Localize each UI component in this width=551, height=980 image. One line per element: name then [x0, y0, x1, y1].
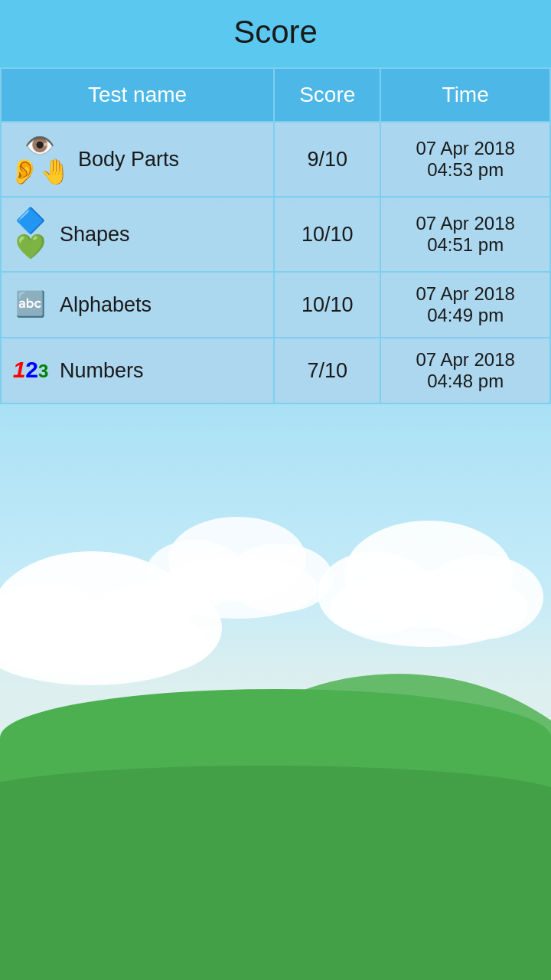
- col-header-score: Score: [274, 68, 380, 122]
- ground-decoration: [0, 658, 551, 980]
- row-score: 10/10: [274, 197, 380, 272]
- row-name-cell: 🔤Alphabets: [1, 272, 274, 338]
- row-icon: 👁️👂🤚: [9, 133, 70, 185]
- score-table: Test name Score Time 👁️👂🤚Body Parts9/100…: [0, 67, 551, 404]
- table-row: 👁️👂🤚Body Parts9/1007 Apr 201804:53 pm: [1, 122, 550, 197]
- row-icon: 123: [9, 358, 52, 383]
- svg-point-7: [329, 570, 528, 647]
- col-header-time: Time: [380, 68, 550, 122]
- row-time: 07 Apr 201804:48 pm: [380, 338, 550, 403]
- row-time: 07 Apr 201804:49 pm: [380, 272, 550, 338]
- row-name-cell: 123Numbers: [1, 338, 274, 403]
- row-test-name: Body Parts: [78, 148, 179, 172]
- row-test-name: Shapes: [60, 223, 130, 247]
- page-header: Score: [0, 0, 551, 67]
- table-row: 🔷💚Shapes10/1007 Apr 201804:51 pm: [1, 197, 550, 272]
- row-name-cell: 🔷💚Shapes: [1, 197, 274, 272]
- row-icon: 🔷💚: [9, 208, 52, 260]
- row-time: 07 Apr 201804:53 pm: [380, 122, 550, 197]
- row-score: 7/10: [274, 338, 380, 403]
- page-title: Score: [233, 14, 318, 50]
- col-header-testname: Test name: [1, 68, 274, 122]
- svg-point-11: [157, 557, 318, 619]
- table-row: 123Numbers7/1007 Apr 201804:48 pm: [1, 338, 550, 403]
- row-test-name: Numbers: [60, 359, 144, 383]
- row-test-name: Alphabets: [60, 293, 152, 317]
- table-row: 🔤Alphabets10/1007 Apr 201804:49 pm: [1, 272, 550, 338]
- row-score: 10/10: [274, 272, 380, 338]
- row-name-cell: 👁️👂🤚Body Parts: [1, 122, 274, 197]
- table-header-row: Test name Score Time: [1, 68, 550, 122]
- main-content: Score Test name Score Time 👁️👂🤚Body Part…: [0, 0, 551, 404]
- row-score: 9/10: [274, 122, 380, 197]
- row-icon: 🔤: [9, 292, 52, 318]
- row-time: 07 Apr 201804:51 pm: [380, 197, 550, 272]
